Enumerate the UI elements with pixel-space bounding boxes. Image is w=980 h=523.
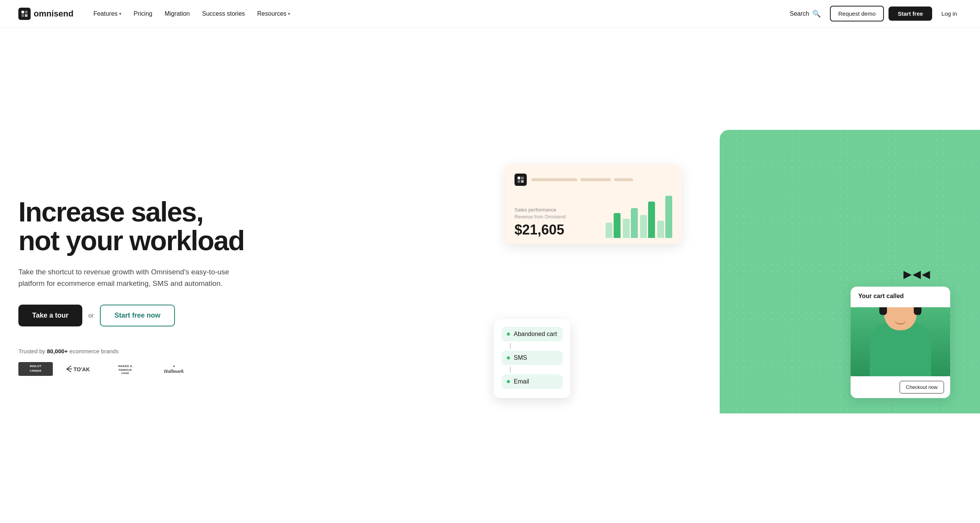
bar-group-3 [640, 202, 655, 238]
workflow-card: Abandoned cart SMS Email [494, 319, 570, 398]
brand-naked-famous: NAKED & FAMOUS DENIM [108, 362, 142, 376]
svg-rect-3 [25, 14, 28, 17]
email-card-header: Your cart called [851, 287, 950, 307]
svg-text:✦: ✦ [173, 365, 175, 368]
nav-resources[interactable]: Resources ▾ [253, 7, 295, 20]
navbar: omnisend Features ▾ Pricing Migration Su… [0, 0, 980, 28]
sales-performance-card: Sales performance Revenue from Omnisend … [505, 164, 681, 244]
checkout-now-button[interactable]: Checkout now [900, 381, 944, 393]
login-button[interactable]: Log in [937, 7, 962, 20]
trusted-text: Trusted by 80,000+ ecommerce brands [18, 348, 279, 354]
sales-amount: $21,605 [514, 222, 565, 238]
workflow-item-email: Email [501, 374, 563, 389]
hero-cta: Take a tour or Start free now [18, 305, 279, 326]
sales-chart [606, 192, 672, 238]
svg-text:DENIM: DENIM [121, 372, 129, 374]
start-free-now-button[interactable]: Start free now [100, 305, 175, 326]
bar [657, 221, 664, 238]
workflow-connector [510, 367, 511, 373]
workflow-dot [507, 333, 510, 336]
cta-or-text: or [88, 312, 94, 319]
chevron-down-icon-2: ▾ [288, 11, 290, 16]
svg-rect-17 [521, 177, 524, 179]
sales-content: Sales performance Revenue from Omnisend … [514, 192, 672, 238]
svg-rect-0 [21, 11, 24, 13]
svg-rect-19 [521, 180, 524, 183]
nav-links: Features ▾ Pricing Migration Success sto… [89, 7, 295, 20]
email-card-footer: Checkout now [851, 376, 950, 398]
logo[interactable]: omnisend [18, 8, 74, 20]
start-free-button[interactable]: Start free [889, 7, 932, 21]
request-demo-button[interactable]: Request demo [830, 6, 884, 21]
workflow-item-abandoned-cart: Abandoned cart [501, 327, 563, 341]
workflow-dot [507, 356, 510, 359]
svg-text:TO'AK: TO'AK [74, 366, 90, 372]
bar [614, 213, 621, 238]
logo-svg [21, 10, 28, 18]
svg-text:INGLOT: INGLOT [30, 364, 41, 368]
svg-text:NAKED &: NAKED & [118, 364, 132, 368]
bar [631, 208, 638, 238]
sales-card-lines [531, 178, 672, 181]
sales-title: Sales performance [514, 207, 565, 213]
email-card-image [851, 307, 950, 376]
brand-name: omnisend [34, 9, 74, 19]
bar-group-2 [623, 208, 638, 238]
workflow-label-abandoned-cart: Abandoned cart [514, 331, 557, 338]
workflow-item-sms: SMS [501, 351, 563, 365]
svg-rect-1 [25, 11, 28, 13]
hero-subtitle: Take the shortcut to revenue growth with… [18, 266, 233, 290]
trusted-section: Trusted by 80,000+ ecommerce brands INGL… [18, 348, 279, 376]
svg-text:FAMOUS: FAMOUS [119, 368, 132, 372]
navbar-right: Search 🔍 Request demo Start free Log in [785, 6, 962, 21]
line-decoration [531, 178, 577, 181]
brand-hallmark: ✦ Hallmark [155, 362, 193, 376]
svg-line-9 [67, 369, 71, 372]
dots-decoration: ▶◀◀ [903, 268, 931, 280]
bar [640, 215, 647, 238]
brand-inglot: INGLOT CANADA [18, 362, 53, 376]
sales-text-area: Sales performance Revenue from Omnisend … [514, 207, 565, 238]
svg-text:CANADA: CANADA [30, 369, 41, 372]
svg-rect-18 [518, 180, 520, 183]
sales-card-logo [514, 174, 527, 186]
bar-group-4 [657, 196, 672, 238]
hero-section: Increase sales, not your workload Take t… [0, 28, 980, 523]
line-decoration [614, 178, 633, 181]
email-card-title: Your cart called [858, 293, 942, 300]
svg-rect-16 [518, 177, 520, 179]
nav-pricing[interactable]: Pricing [129, 7, 157, 20]
search-icon: 🔍 [812, 10, 821, 18]
bar [665, 196, 672, 238]
nav-success-stories[interactable]: Success stories [198, 7, 250, 20]
navbar-left: omnisend Features ▾ Pricing Migration Su… [18, 7, 295, 20]
brand-logos: INGLOT CANADA TO'AK NAKED & [18, 362, 279, 376]
svg-text:Hallmark: Hallmark [163, 368, 184, 374]
bar-group-1 [606, 213, 621, 238]
hero-right: Sales performance Revenue from Omnisend … [490, 153, 962, 421]
sales-subtitle: Revenue from Omnisend [514, 214, 565, 220]
svg-line-8 [67, 366, 71, 369]
sales-card-header [514, 174, 672, 186]
bar [623, 219, 630, 238]
nav-migration[interactable]: Migration [160, 7, 194, 20]
bar [648, 202, 655, 238]
workflow-label-email: Email [514, 378, 529, 385]
take-tour-button[interactable]: Take a tour [18, 305, 82, 326]
svg-rect-2 [21, 14, 24, 17]
brand-toak: TO'AK [65, 362, 96, 376]
hero-headline: Increase sales, not your workload [18, 198, 279, 256]
search-button[interactable]: Search 🔍 [785, 7, 825, 21]
bar [606, 223, 612, 238]
workflow-dot [507, 380, 510, 383]
hero-left: Increase sales, not your workload Take t… [18, 198, 279, 376]
workflow-connector [510, 343, 511, 349]
line-decoration [580, 178, 611, 181]
email-cart-card: Your cart called [851, 287, 950, 398]
nav-features[interactable]: Features ▾ [89, 7, 126, 20]
workflow-label-sms: SMS [514, 354, 527, 361]
chevron-down-icon: ▾ [119, 11, 121, 16]
logo-icon [18, 8, 31, 20]
